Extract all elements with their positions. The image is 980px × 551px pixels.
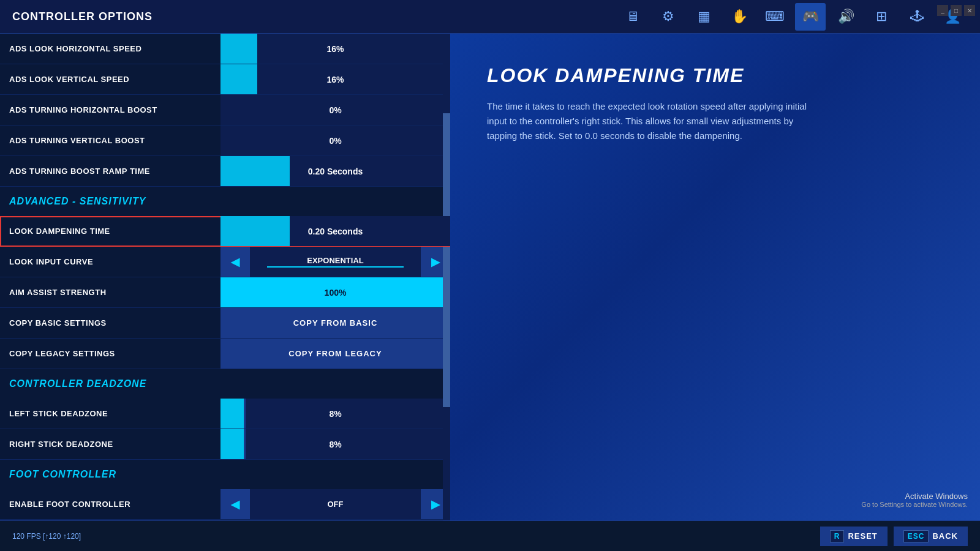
arrow-value: OFF: [250, 489, 421, 519]
slider-value: 0%: [329, 105, 341, 115]
reset-button[interactable]: R RESET: [820, 527, 888, 546]
tab-volume[interactable]: 🔊: [831, 3, 861, 31]
back-button[interactable]: ESC BACK: [894, 527, 968, 546]
copy-legacy-button[interactable]: COPY FROM LEGACY: [221, 339, 450, 369]
setting-control[interactable]: ◀ OFF ▶: [221, 489, 450, 519]
setting-control[interactable]: 0%: [221, 95, 450, 125]
setting-row-look-dampening[interactable]: LOOK DAMPENING TIME 0.20 Seconds: [0, 216, 450, 247]
section-header-text: ADVANCED - SENSITIVITY: [9, 196, 146, 207]
setting-label: LEFT STICK DEADZONE: [0, 409, 221, 418]
setting-label: RIGHT STICK DEADZONE: [0, 440, 221, 449]
slider-value: 0.20 Seconds: [308, 227, 363, 236]
setting-row-left-stick[interactable]: LEFT STICK DEADZONE 8%: [0, 399, 450, 429]
page-title: CONTROLLER OPTIONS: [12, 10, 153, 23]
setting-label: ADS LOOK HORIZONTAL SPEED: [0, 44, 221, 53]
tab-display[interactable]: ▦: [688, 3, 719, 31]
setting-control[interactable]: 8%: [221, 429, 450, 459]
window-controls: _ □ ✕: [937, 5, 975, 16]
bottom-buttons: R RESET ESC BACK: [820, 527, 968, 546]
minimize-button[interactable]: _: [937, 5, 948, 16]
setting-row-copy-basic[interactable]: COPY BASIC SETTINGS COPY FROM BASIC: [0, 308, 450, 339]
tab-grid[interactable]: ⊞: [866, 3, 897, 31]
setting-row-look-input-curve[interactable]: LOOK INPUT CURVE ◀ EXPONENTIAL ▶: [0, 247, 450, 277]
fps-counter: 120 FPS [↑120 ↑120]: [12, 532, 81, 541]
setting-control[interactable]: 0%: [221, 126, 450, 156]
setting-row[interactable]: ADS TURNING HORIZONTAL BOOST 0%: [0, 95, 450, 126]
arrow-control: ◀ OFF ▶: [221, 489, 450, 519]
reset-label: RESET: [848, 531, 877, 541]
tab-monitor[interactable]: 🖥: [617, 3, 648, 31]
arrow-underline: [267, 266, 404, 268]
setting-row[interactable]: ADS TURNING BOOST RAMP TIME 0.20 Seconds: [0, 156, 450, 187]
reset-key: R: [830, 530, 845, 542]
setting-row[interactable]: ADS TURNING VERTICAL BOOST 0%: [0, 126, 450, 156]
main-layout: ADS LOOK HORIZONTAL SPEED 16% ADS LOOK V…: [0, 34, 980, 551]
info-description: The time it takes to reach the expected …: [487, 99, 824, 143]
tab-hand[interactable]: ✋: [724, 3, 755, 31]
setting-label: ADS TURNING VERTICAL BOOST: [0, 136, 221, 145]
setting-control[interactable]: ◀ EXPONENTIAL ▶: [221, 247, 450, 277]
setting-control[interactable]: 0.20 Seconds: [221, 156, 450, 186]
setting-label: COPY BASIC SETTINGS: [0, 318, 221, 328]
setting-control[interactable]: 16%: [221, 64, 450, 94]
arrow-control: ◀ EXPONENTIAL ▶: [221, 247, 450, 277]
back-label: BACK: [932, 531, 958, 541]
setting-row-foot-controller[interactable]: ENABLE FOOT CONTROLLER ◀ OFF ▶: [0, 489, 450, 520]
tab-gamepad[interactable]: 🕹: [902, 3, 932, 31]
scrollbar[interactable]: [443, 34, 450, 551]
maximize-button[interactable]: □: [951, 5, 962, 16]
setting-label: LOOK DAMPENING TIME: [0, 227, 221, 236]
right-panel: LOOK DAMPENING TIME The time it takes to…: [450, 34, 980, 551]
setting-label: LOOK INPUT CURVE: [0, 257, 221, 266]
setting-row-aim-assist[interactable]: AIM ASSIST STRENGTH 100%: [0, 277, 450, 308]
input-curve-value: EXPONENTIAL: [307, 256, 363, 265]
windows-activation: Activate Windows Go to Settings to activ…: [861, 492, 968, 508]
close-button[interactable]: ✕: [964, 5, 975, 16]
slider-value: 8%: [329, 409, 341, 419]
setting-control[interactable]: 8%: [221, 399, 450, 429]
foot-controller-value: OFF: [328, 500, 344, 509]
section-header-foot: FOOT CONTROLLER: [0, 460, 450, 489]
info-title: LOOK DAMPENING TIME: [487, 64, 943, 87]
slider-fill: [221, 34, 257, 64]
setting-control[interactable]: 0.20 Seconds: [221, 216, 450, 246]
bottom-bar: 120 FPS [↑120 ↑120] R RESET ESC BACK: [0, 520, 980, 551]
arrow-left-button[interactable]: ◀: [221, 247, 250, 277]
arrow-left-button-foot[interactable]: ◀: [221, 489, 250, 519]
setting-control[interactable]: 100%: [221, 277, 450, 307]
slider-handle: [244, 429, 246, 459]
copy-basic-button[interactable]: COPY FROM BASIC: [221, 308, 450, 338]
slider-value: 0%: [329, 136, 341, 146]
section-header-text: CONTROLLER DEADZONE: [9, 378, 146, 389]
setting-label: ADS TURNING BOOST RAMP TIME: [0, 167, 221, 176]
setting-row-copy-legacy[interactable]: COPY LEGACY SETTINGS COPY FROM LEGACY: [0, 339, 450, 369]
back-key: ESC: [903, 530, 929, 542]
slider-value: 0.20 Seconds: [308, 167, 363, 176]
tab-settings[interactable]: ⚙: [653, 3, 684, 31]
setting-label: AIM ASSIST STRENGTH: [0, 288, 221, 297]
slider-value: 16%: [326, 75, 344, 84]
setting-row-right-stick[interactable]: RIGHT STICK DEADZONE 8%: [0, 429, 450, 460]
slider-fill: [221, 156, 290, 186]
scrollbar-thumb[interactable]: [443, 113, 450, 407]
slider-value: 16%: [326, 44, 344, 54]
copy-basic-label: COPY FROM BASIC: [293, 318, 378, 328]
tab-controller[interactable]: 🎮: [795, 3, 826, 31]
setting-control[interactable]: 16%: [221, 34, 450, 64]
slider-handle: [244, 399, 246, 429]
setting-row[interactable]: ADS LOOK VERTICAL SPEED 16%: [0, 64, 450, 95]
slider-fill-small: [221, 429, 244, 459]
setting-label: ADS TURNING HORIZONTAL BOOST: [0, 105, 221, 114]
activate-windows-title: Activate Windows: [861, 492, 968, 501]
section-header-text: FOOT CONTROLLER: [9, 469, 116, 480]
top-bar: CONTROLLER OPTIONS 🖥 ⚙ ▦ ✋ ⌨ 🎮 🔊 ⊞ 🕹 👤 _…: [0, 0, 980, 34]
section-header-sensitivity: ADVANCED - SENSITIVITY: [0, 187, 450, 216]
activate-windows-subtitle: Go to Settings to activate Windows.: [861, 501, 968, 508]
tab-keyboard[interactable]: ⌨: [760, 3, 790, 31]
arrow-value: EXPONENTIAL: [250, 247, 421, 277]
slider-fill: [221, 216, 290, 246]
aim-assist-value: 100%: [325, 288, 347, 298]
copy-legacy-label: COPY FROM LEGACY: [288, 349, 382, 358]
setting-row[interactable]: ADS LOOK HORIZONTAL SPEED 16%: [0, 34, 450, 64]
setting-label: COPY LEGACY SETTINGS: [0, 349, 221, 358]
